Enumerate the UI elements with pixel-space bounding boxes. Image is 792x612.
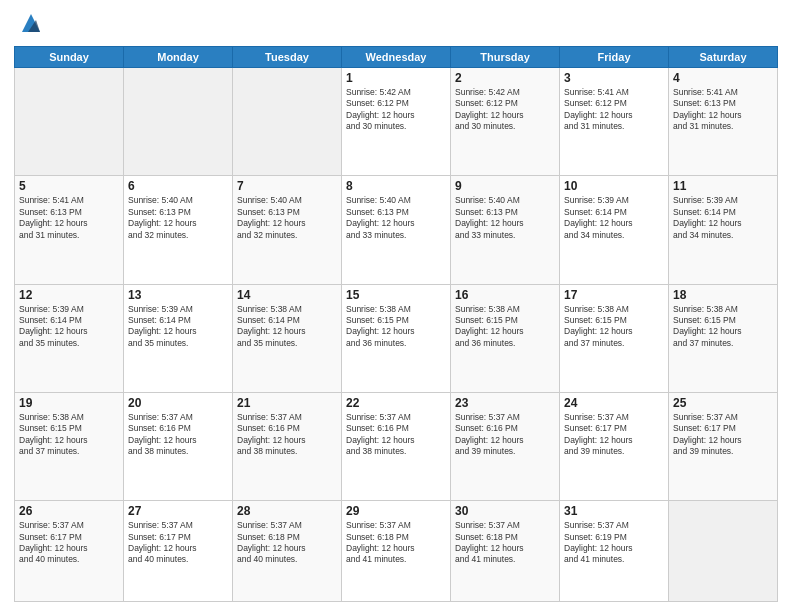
calendar-cell: 6Sunrise: 5:40 AM Sunset: 6:13 PM Daylig… xyxy=(124,176,233,284)
calendar-cell: 14Sunrise: 5:38 AM Sunset: 6:14 PM Dayli… xyxy=(233,284,342,392)
cell-info: Sunrise: 5:41 AM Sunset: 6:13 PM Dayligh… xyxy=(673,87,773,133)
day-number: 30 xyxy=(455,504,555,518)
calendar-cell: 13Sunrise: 5:39 AM Sunset: 6:14 PM Dayli… xyxy=(124,284,233,392)
day-number: 6 xyxy=(128,179,228,193)
calendar-cell: 4Sunrise: 5:41 AM Sunset: 6:13 PM Daylig… xyxy=(669,68,778,176)
day-number: 10 xyxy=(564,179,664,193)
cell-info: Sunrise: 5:41 AM Sunset: 6:13 PM Dayligh… xyxy=(19,195,119,241)
weekday-header: Sunday xyxy=(15,47,124,68)
day-number: 11 xyxy=(673,179,773,193)
calendar-cell: 10Sunrise: 5:39 AM Sunset: 6:14 PM Dayli… xyxy=(560,176,669,284)
day-number: 26 xyxy=(19,504,119,518)
day-number: 9 xyxy=(455,179,555,193)
day-number: 31 xyxy=(564,504,664,518)
day-number: 27 xyxy=(128,504,228,518)
cell-info: Sunrise: 5:37 AM Sunset: 6:17 PM Dayligh… xyxy=(128,520,228,566)
weekday-header-row: SundayMondayTuesdayWednesdayThursdayFrid… xyxy=(15,47,778,68)
calendar-cell: 26Sunrise: 5:37 AM Sunset: 6:17 PM Dayli… xyxy=(15,501,124,602)
calendar-cell: 5Sunrise: 5:41 AM Sunset: 6:13 PM Daylig… xyxy=(15,176,124,284)
cell-info: Sunrise: 5:37 AM Sunset: 6:18 PM Dayligh… xyxy=(346,520,446,566)
day-number: 20 xyxy=(128,396,228,410)
calendar-cell: 24Sunrise: 5:37 AM Sunset: 6:17 PM Dayli… xyxy=(560,392,669,500)
cell-info: Sunrise: 5:39 AM Sunset: 6:14 PM Dayligh… xyxy=(564,195,664,241)
day-number: 12 xyxy=(19,288,119,302)
day-number: 2 xyxy=(455,71,555,85)
calendar-cell: 29Sunrise: 5:37 AM Sunset: 6:18 PM Dayli… xyxy=(342,501,451,602)
day-number: 7 xyxy=(237,179,337,193)
day-number: 24 xyxy=(564,396,664,410)
calendar-cell xyxy=(15,68,124,176)
week-row: 26Sunrise: 5:37 AM Sunset: 6:17 PM Dayli… xyxy=(15,501,778,602)
cell-info: Sunrise: 5:38 AM Sunset: 6:15 PM Dayligh… xyxy=(346,304,446,350)
cell-info: Sunrise: 5:40 AM Sunset: 6:13 PM Dayligh… xyxy=(346,195,446,241)
cell-info: Sunrise: 5:37 AM Sunset: 6:16 PM Dayligh… xyxy=(128,412,228,458)
weekday-header: Thursday xyxy=(451,47,560,68)
day-number: 25 xyxy=(673,396,773,410)
calendar-cell: 17Sunrise: 5:38 AM Sunset: 6:15 PM Dayli… xyxy=(560,284,669,392)
day-number: 13 xyxy=(128,288,228,302)
day-number: 29 xyxy=(346,504,446,518)
calendar-cell: 11Sunrise: 5:39 AM Sunset: 6:14 PM Dayli… xyxy=(669,176,778,284)
cell-info: Sunrise: 5:37 AM Sunset: 6:17 PM Dayligh… xyxy=(19,520,119,566)
week-row: 12Sunrise: 5:39 AM Sunset: 6:14 PM Dayli… xyxy=(15,284,778,392)
weekday-header: Saturday xyxy=(669,47,778,68)
calendar-cell: 1Sunrise: 5:42 AM Sunset: 6:12 PM Daylig… xyxy=(342,68,451,176)
weekday-header: Monday xyxy=(124,47,233,68)
day-number: 1 xyxy=(346,71,446,85)
calendar-cell: 16Sunrise: 5:38 AM Sunset: 6:15 PM Dayli… xyxy=(451,284,560,392)
calendar-cell: 31Sunrise: 5:37 AM Sunset: 6:19 PM Dayli… xyxy=(560,501,669,602)
cell-info: Sunrise: 5:39 AM Sunset: 6:14 PM Dayligh… xyxy=(673,195,773,241)
cell-info: Sunrise: 5:38 AM Sunset: 6:14 PM Dayligh… xyxy=(237,304,337,350)
day-number: 18 xyxy=(673,288,773,302)
calendar-cell: 21Sunrise: 5:37 AM Sunset: 6:16 PM Dayli… xyxy=(233,392,342,500)
calendar-cell: 18Sunrise: 5:38 AM Sunset: 6:15 PM Dayli… xyxy=(669,284,778,392)
calendar-cell: 22Sunrise: 5:37 AM Sunset: 6:16 PM Dayli… xyxy=(342,392,451,500)
cell-info: Sunrise: 5:37 AM Sunset: 6:16 PM Dayligh… xyxy=(346,412,446,458)
day-number: 8 xyxy=(346,179,446,193)
cell-info: Sunrise: 5:42 AM Sunset: 6:12 PM Dayligh… xyxy=(455,87,555,133)
day-number: 28 xyxy=(237,504,337,518)
cell-info: Sunrise: 5:40 AM Sunset: 6:13 PM Dayligh… xyxy=(237,195,337,241)
cell-info: Sunrise: 5:37 AM Sunset: 6:19 PM Dayligh… xyxy=(564,520,664,566)
day-number: 4 xyxy=(673,71,773,85)
week-row: 5Sunrise: 5:41 AM Sunset: 6:13 PM Daylig… xyxy=(15,176,778,284)
cell-info: Sunrise: 5:37 AM Sunset: 6:16 PM Dayligh… xyxy=(455,412,555,458)
week-row: 1Sunrise: 5:42 AM Sunset: 6:12 PM Daylig… xyxy=(15,68,778,176)
calendar-cell: 2Sunrise: 5:42 AM Sunset: 6:12 PM Daylig… xyxy=(451,68,560,176)
calendar-table: SundayMondayTuesdayWednesdayThursdayFrid… xyxy=(14,46,778,602)
calendar-cell: 12Sunrise: 5:39 AM Sunset: 6:14 PM Dayli… xyxy=(15,284,124,392)
calendar-cell: 20Sunrise: 5:37 AM Sunset: 6:16 PM Dayli… xyxy=(124,392,233,500)
day-number: 5 xyxy=(19,179,119,193)
calendar-cell: 28Sunrise: 5:37 AM Sunset: 6:18 PM Dayli… xyxy=(233,501,342,602)
header xyxy=(14,10,778,40)
calendar-cell: 27Sunrise: 5:37 AM Sunset: 6:17 PM Dayli… xyxy=(124,501,233,602)
weekday-header: Wednesday xyxy=(342,47,451,68)
cell-info: Sunrise: 5:39 AM Sunset: 6:14 PM Dayligh… xyxy=(128,304,228,350)
calendar-page: SundayMondayTuesdayWednesdayThursdayFrid… xyxy=(0,0,792,612)
weekday-header: Friday xyxy=(560,47,669,68)
calendar-cell xyxy=(233,68,342,176)
cell-info: Sunrise: 5:38 AM Sunset: 6:15 PM Dayligh… xyxy=(564,304,664,350)
cell-info: Sunrise: 5:37 AM Sunset: 6:18 PM Dayligh… xyxy=(237,520,337,566)
day-number: 3 xyxy=(564,71,664,85)
calendar-cell: 9Sunrise: 5:40 AM Sunset: 6:13 PM Daylig… xyxy=(451,176,560,284)
calendar-cell: 8Sunrise: 5:40 AM Sunset: 6:13 PM Daylig… xyxy=(342,176,451,284)
cell-info: Sunrise: 5:40 AM Sunset: 6:13 PM Dayligh… xyxy=(128,195,228,241)
day-number: 22 xyxy=(346,396,446,410)
cell-info: Sunrise: 5:39 AM Sunset: 6:14 PM Dayligh… xyxy=(19,304,119,350)
day-number: 19 xyxy=(19,396,119,410)
calendar-cell xyxy=(124,68,233,176)
logo xyxy=(14,10,44,40)
cell-info: Sunrise: 5:38 AM Sunset: 6:15 PM Dayligh… xyxy=(19,412,119,458)
calendar-cell: 19Sunrise: 5:38 AM Sunset: 6:15 PM Dayli… xyxy=(15,392,124,500)
cell-info: Sunrise: 5:41 AM Sunset: 6:12 PM Dayligh… xyxy=(564,87,664,133)
calendar-cell: 25Sunrise: 5:37 AM Sunset: 6:17 PM Dayli… xyxy=(669,392,778,500)
day-number: 23 xyxy=(455,396,555,410)
day-number: 21 xyxy=(237,396,337,410)
day-number: 14 xyxy=(237,288,337,302)
cell-info: Sunrise: 5:38 AM Sunset: 6:15 PM Dayligh… xyxy=(673,304,773,350)
calendar-cell xyxy=(669,501,778,602)
cell-info: Sunrise: 5:40 AM Sunset: 6:13 PM Dayligh… xyxy=(455,195,555,241)
cell-info: Sunrise: 5:38 AM Sunset: 6:15 PM Dayligh… xyxy=(455,304,555,350)
logo-icon xyxy=(18,10,44,36)
